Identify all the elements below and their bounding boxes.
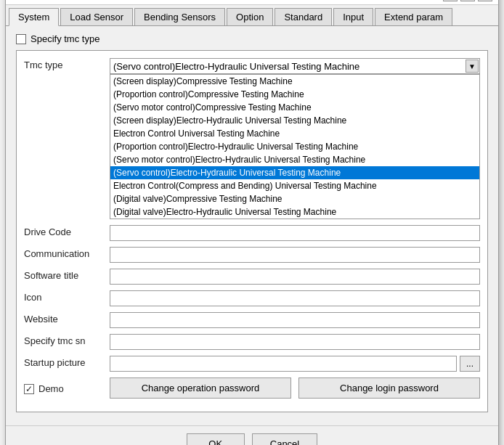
specify-tmc-sn-row: Specify tmc sn	[24, 334, 480, 350]
demo-checkbox[interactable]: ✓	[24, 384, 34, 394]
cancel-button[interactable]: Cancel	[252, 433, 317, 445]
tmc-type-dropdown-arrow[interactable]: ▼	[466, 60, 479, 73]
dropdown-item[interactable]: (Servo motor control)Compressive Testing…	[110, 101, 479, 114]
tmc-type-row: Tmc type (Servo control)Electro-Hydrauli…	[24, 58, 480, 219]
tab-standard[interactable]: Standard	[275, 8, 332, 25]
specify-tmc-sn-field	[110, 334, 480, 350]
main-content: Specify tmc type Tmc type (Servo control…	[6, 26, 498, 425]
tab-load-sensor[interactable]: Load Sensor	[60, 8, 133, 25]
communication-row: Communication	[24, 247, 480, 263]
tmc-type-selected-value[interactable]: (Servo control)Electro-Hydraulic Univers…	[110, 58, 480, 74]
tmc-type-select-container: (Servo control)Electro-Hydraulic Univers…	[110, 58, 480, 74]
dropdown-item[interactable]: (Digital valve)Electro-Hydraulic Univers…	[110, 205, 479, 219]
startup-picture-field: ...	[110, 356, 480, 372]
maximize-button[interactable]: ☐	[460, 0, 475, 1]
startup-picture-row: Startup picture ...	[24, 356, 480, 372]
minimize-button[interactable]: —	[443, 0, 458, 1]
icon-row: Icon	[24, 290, 480, 306]
communication-field	[110, 247, 480, 263]
website-row: Website	[24, 312, 480, 328]
software-title-row: Software title	[24, 269, 480, 285]
icon-input[interactable]	[110, 290, 480, 306]
title-bar: E EVOIni — ☐ ✕	[6, 0, 498, 5]
browse-button[interactable]: ...	[460, 356, 480, 372]
dropdown-item[interactable]: (Digital valve)Compressive Testing Machi…	[110, 192, 479, 205]
tab-bending-sensors[interactable]: Bending Sensors	[134, 8, 225, 25]
main-window: E EVOIni — ☐ ✕ System Load Sensor Bendin…	[5, 0, 499, 445]
ok-button[interactable]: OK	[187, 433, 245, 445]
dropdown-item[interactable]: (Proportion control)Electro-Hydraulic Un…	[110, 140, 479, 153]
form-section: Tmc type (Servo control)Electro-Hydrauli…	[16, 50, 488, 412]
dropdown-item[interactable]: (Screen display)Compressive Testing Mach…	[110, 75, 479, 88]
website-input[interactable]	[110, 312, 480, 328]
dropdown-item[interactable]: Electron Control(Compress and Bending) U…	[110, 179, 479, 192]
specify-tmc-checkbox-row: Specify tmc type	[16, 33, 488, 44]
software-title-field	[110, 269, 480, 285]
startup-picture-input-group: ...	[110, 356, 480, 372]
close-button[interactable]: ✕	[478, 0, 492, 1]
change-login-password-button[interactable]: Change login password	[298, 377, 480, 399]
website-label: Website	[24, 312, 104, 324]
tmc-type-label: Tmc type	[24, 58, 104, 70]
tab-system[interactable]: System	[9, 8, 59, 26]
communication-input[interactable]	[110, 247, 480, 263]
drive-code-row: Drive Code	[24, 225, 480, 241]
title-controls: — ☐ ✕	[443, 0, 492, 1]
drive-code-field	[110, 225, 480, 241]
tmc-type-field: (Servo control)Electro-Hydraulic Univers…	[110, 58, 480, 219]
dropdown-item[interactable]: (Servo motor control)Electro-Hydraulic U…	[110, 153, 479, 166]
dropdown-item[interactable]: (Proportion control)Compressive Testing …	[110, 88, 479, 101]
footer: OK Cancel	[6, 425, 498, 445]
change-operation-password-button[interactable]: Change operation password	[110, 377, 291, 399]
tab-bar: System Load Sensor Bending Sensors Optio…	[6, 5, 498, 26]
specify-tmc-checkbox[interactable]	[16, 34, 26, 44]
action-buttons: Change operation password Change login p…	[110, 377, 480, 399]
demo-section: ✓ Demo	[24, 382, 104, 394]
startup-picture-input[interactable]	[110, 356, 457, 372]
dropdown-item-selected[interactable]: (Servo control)Electro-Hydraulic Univers…	[110, 166, 479, 179]
software-title-input[interactable]	[110, 269, 480, 285]
drive-code-label: Drive Code	[24, 225, 104, 237]
dropdown-item[interactable]: Electron Control Universal Testing Machi…	[110, 127, 479, 140]
website-field	[110, 312, 480, 328]
specify-tmc-label: Specify tmc type	[31, 33, 99, 44]
dropdown-item[interactable]: (Screen display)Electro-Hydraulic Univer…	[110, 114, 479, 127]
startup-picture-label: Startup picture	[24, 356, 104, 368]
tab-option[interactable]: Option	[227, 8, 273, 25]
drive-code-input[interactable]	[110, 225, 480, 241]
specify-tmc-sn-input[interactable]	[110, 334, 480, 350]
communication-label: Communication	[24, 247, 104, 259]
tab-input[interactable]: Input	[333, 8, 373, 25]
software-title-label: Software title	[24, 269, 104, 281]
demo-label: Demo	[38, 383, 64, 394]
tab-extend-param[interactable]: Extend param	[375, 8, 452, 25]
specify-tmc-sn-label: Specify tmc sn	[24, 334, 104, 346]
tmc-type-dropdown-list: (Screen display)Compressive Testing Mach…	[110, 74, 480, 219]
icon-label: Icon	[24, 290, 104, 303]
icon-field	[110, 290, 480, 306]
demo-row: ✓ Demo Change operation password Change …	[24, 377, 480, 399]
